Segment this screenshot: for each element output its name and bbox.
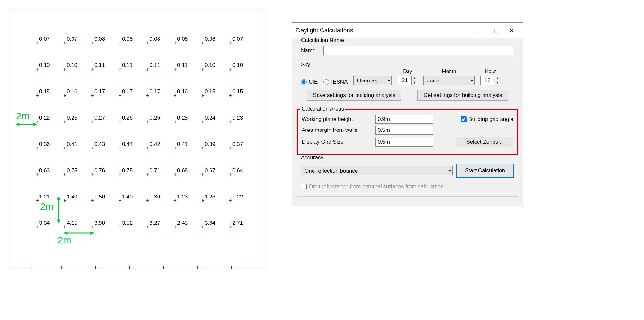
grid-value: 0.17 [150,88,167,95]
grid-value: 3.27 [150,220,167,226]
omit-reflectance-input[interactable] [301,184,307,189]
window-maximize-button: ▢ [489,25,504,36]
hour-input[interactable] [481,76,494,85]
grid-value: 3.34 [39,220,57,226]
grid-cross-icon: + [63,198,66,204]
grid-cross-icon: + [118,66,121,72]
grid-cross-icon: + [229,172,232,177]
grid-value: 0.07 [67,36,84,42]
grid-value: 0.68 [177,167,195,174]
dim-label-horiz: 2m [58,235,71,246]
grid-cross-icon: + [174,93,176,98]
wph-input[interactable] [375,115,433,124]
get-settings-button[interactable]: Get settings for building analysis [417,90,508,101]
grid-value: 0.71 [150,167,167,174]
save-settings-button[interactable]: Save settings for building analysis [307,90,401,101]
grid-cross-icon: + [36,40,39,46]
grid-cross-icon: + [36,66,39,72]
grid-value: 2.45 [177,220,195,226]
grid-value: 0.23 [232,115,250,121]
plan-inner-border [12,12,264,267]
grid-value: 0.75 [122,167,140,174]
accuracy-select[interactable]: One reflection bounce [301,166,453,175]
grid-value: 0.08 [150,36,167,42]
grid-value: 0.17 [94,88,112,95]
grid-value: 0.11 [150,62,167,69]
sky-type-select[interactable]: Overcast [353,76,392,85]
margin-input[interactable] [375,126,433,135]
grid-cross-icon: + [91,172,94,177]
name-input[interactable] [323,46,514,55]
hour-spinner[interactable]: ▲▼ [480,76,500,85]
select-zones-button[interactable]: Select Zones... [456,137,513,147]
grid-value: 0.22 [39,115,57,121]
grid-value: 1.49 [67,194,84,200]
grid-cross-icon: + [63,119,66,125]
grid-value: 0.11 [122,62,140,69]
day-header: Day [398,69,417,74]
grid-cross-icon: + [174,172,176,177]
grid-value: 2.71 [232,220,250,226]
grid-cross-icon: + [36,145,39,151]
wall-segment [169,266,198,269]
grid-value: 1.30 [150,194,167,200]
start-calculation-button[interactable]: Start Calculation [456,164,514,178]
grid-cross-icon: + [63,224,66,230]
grid-cross-icon: + [146,40,149,46]
grid-cross-icon: + [174,119,176,125]
grid-value: 0.07 [39,36,57,42]
grid-cross-icon: + [91,198,94,204]
window-minimize-button[interactable]: — [475,25,489,36]
grid-cross-icon: + [91,40,94,46]
grid-size-input[interactable] [375,138,433,147]
grid-value: 0.41 [177,141,195,147]
grid-value: 1.21 [39,194,57,200]
grid-cross-icon: + [174,66,176,72]
grid-cross-icon: + [118,198,121,204]
grid-value: 0.26 [122,115,140,121]
grid-value: 0.08 [122,36,140,42]
group-accuracy: Accuracy One reflection bounce Start Cal… [297,158,518,197]
grid-cross-icon: + [63,93,66,98]
grid-cross-icon: + [174,198,176,204]
grid-value: 0.75 [67,167,84,174]
grid-cross-icon: + [36,172,39,177]
dim-arrow-vert [56,195,61,224]
grid-value: 0.27 [94,115,112,121]
group-sky: Sky CIE IESNA Overcast Day [297,65,518,105]
grid-value: 0.26 [150,115,167,121]
radio-iesna-input[interactable] [323,79,329,85]
svg-marker-4 [57,197,60,200]
wall-segment [33,266,62,269]
month-select[interactable]: June [423,76,475,85]
radio-iesna[interactable]: IESNA [323,79,348,85]
grid-angle-checkbox[interactable]: Building grid angle [461,116,513,122]
day-input[interactable] [398,76,411,85]
radio-cie[interactable]: CIE [301,79,318,85]
group-label-accuracy: Accuracy [300,155,325,161]
wph-label: Working plane height [302,116,372,122]
grid-value: 0.25 [67,115,84,121]
grid-cross-icon: + [146,66,149,72]
day-spinner[interactable]: ▲▼ [398,76,417,85]
omit-reflectance-checkbox[interactable]: Omit reflectance from external surfaces … [301,183,443,190]
grid-cross-icon: + [63,145,66,151]
grid-value: 3.98 [94,220,112,226]
grid-value: 1.40 [122,194,140,200]
window-close-button[interactable]: ✕ [504,25,519,36]
grid-value: 0.10 [232,62,250,69]
svg-marker-5 [57,220,60,223]
grid-value: 1.23 [177,194,195,200]
grid-cross-icon: + [36,198,39,204]
grid-cross-icon: + [91,93,94,98]
grid-cross-icon: + [229,224,232,230]
grid-cross-icon: + [174,224,176,230]
grid-angle-input[interactable] [461,116,467,122]
grid-value: 0.41 [67,141,84,147]
grid-cross-icon: + [174,145,176,151]
radio-cie-input[interactable] [301,79,307,85]
svg-marker-8 [90,232,94,235]
group-label-calc-areas: Calculation Areas [300,106,345,112]
dialog-titlebar: Daylight Calculations — ▢ ✕ [292,23,523,38]
grid-cross-icon: + [118,145,121,151]
